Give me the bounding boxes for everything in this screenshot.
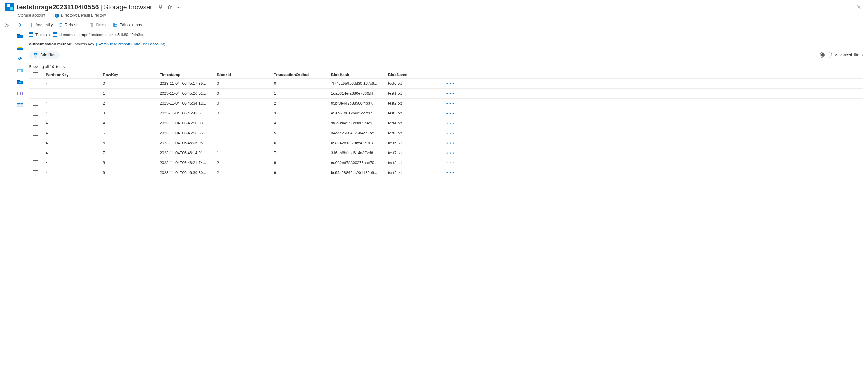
row-checkbox[interactable] [33, 141, 38, 145]
info-icon: i [55, 13, 59, 18]
favorite-icon[interactable] [167, 4, 172, 10]
cell-blobname: test0.txt [388, 81, 445, 86]
nav-queues-icon[interactable] [17, 91, 23, 96]
collapse-rail [0, 21, 13, 378]
cell-blobhash: e5ab61d0a2b8c1dccf1d... [331, 111, 388, 115]
table-row[interactable]: 4 7 2023-11-04T06:46:14.91... 1 7 316ab6… [29, 148, 863, 158]
delete-button: Delete [90, 23, 107, 27]
cell-transactionordinal: 9 [274, 170, 331, 175]
row-checkbox[interactable] [33, 161, 38, 165]
cell-rowkey: 2 [103, 101, 160, 106]
nav-tables-icon[interactable] [17, 103, 23, 107]
row-more-button[interactable]: • • • [445, 81, 458, 86]
nav-fileshare-icon[interactable] [17, 80, 23, 84]
cell-blobname: test7.txt [388, 150, 445, 155]
add-entity-button[interactable]: Add entity [29, 23, 53, 27]
cell-blobname: test8.txt [388, 161, 445, 165]
table-row[interactable]: 4 9 2023-11-04T06:46:30.30... 2 9 bc65a2… [29, 168, 863, 178]
pin-icon[interactable] [158, 4, 163, 10]
col-blobhash[interactable]: BlobHash [331, 72, 388, 77]
advanced-filters-toggle: Advanced filters [820, 52, 863, 58]
page-title: teststorage20231104t0556 [17, 3, 99, 11]
cell-blockid: 0 [217, 81, 274, 86]
add-filter-button[interactable]: Add filter [29, 51, 60, 59]
table-row[interactable]: 4 5 2023-11-04T06:45:56.65... 1 5 34cdd2… [29, 128, 863, 138]
col-rowkey[interactable]: RowKey [103, 72, 160, 77]
row-checkbox[interactable] [33, 111, 38, 116]
cell-blobname: test9.txt [388, 170, 445, 175]
breadcrumb-root[interactable]: Tables [35, 32, 47, 37]
breadcrumb: Tables › demoteststorage1testcontainer1e… [26, 29, 865, 38]
directory-info: i Directory: Default Directory [55, 13, 106, 18]
table-row[interactable]: 4 6 2023-11-04T06:46:05.96... 1 6 698242… [29, 138, 863, 148]
cell-transactionordinal: 3 [274, 111, 331, 115]
select-all-checkbox[interactable] [33, 72, 38, 77]
row-more-button[interactable]: • • • [445, 170, 458, 175]
table-row[interactable]: 4 8 2023-11-04T06:46:21.74... 2 8 ea082e… [29, 158, 863, 168]
cell-transactionordinal: 5 [274, 131, 331, 135]
row-more-button[interactable]: • • • [445, 131, 458, 135]
refresh-label: Refresh [65, 23, 79, 27]
nav-blob-icon[interactable] [17, 68, 23, 73]
cell-blobname: test4.txt [388, 121, 445, 125]
cell-blobhash: 1da5314efa380e7336dff... [331, 91, 388, 95]
row-checkbox[interactable] [33, 121, 38, 125]
row-checkbox[interactable] [33, 150, 38, 155]
table-row[interactable]: 4 3 2023-11-04T06:45:42.51... 0 3 e5ab61… [29, 108, 863, 118]
title-block: teststorage20231104t0556 | Storage brows… [17, 3, 152, 11]
expand-rail-icon[interactable] [4, 23, 9, 378]
table-row[interactable]: 4 0 2023-11-04T06:45:17.89... 0 0 7f74ca… [29, 79, 863, 88]
cell-timestamp: 2023-11-04T06:46:14.91... [160, 150, 217, 155]
cell-rowkey: 7 [103, 150, 160, 155]
cell-blockid: 2 [217, 161, 274, 165]
row-checkbox[interactable] [33, 131, 38, 136]
cell-blockid: 0 [217, 91, 274, 95]
svg-rect-18 [114, 23, 117, 27]
col-partitionkey[interactable]: PartitionKey [45, 72, 103, 77]
row-more-button[interactable]: • • • [445, 111, 458, 115]
more-icon[interactable]: ⋯ [176, 4, 181, 10]
cell-blobhash: 9f8d8dac193d9a69d4f9... [331, 121, 388, 125]
cell-partitionkey: 4 [45, 170, 103, 175]
cell-blockid: 1 [217, 150, 274, 155]
storage-account-icon [5, 3, 14, 11]
row-checkbox[interactable] [33, 101, 38, 106]
row-checkbox[interactable] [33, 170, 38, 175]
nav-settings-icon[interactable] [17, 57, 23, 62]
col-blobname[interactable]: BlobName [388, 72, 445, 77]
main-content: Add entity Refresh Delete [26, 21, 868, 378]
advanced-filters-switch[interactable] [820, 52, 832, 58]
row-more-button[interactable]: • • • [445, 150, 458, 155]
title-separator: | [100, 3, 102, 11]
cell-partitionkey: 4 [45, 161, 103, 165]
nav-expand-icon[interactable] [17, 23, 23, 27]
cell-blobname: test3.txt [388, 111, 445, 115]
row-checkbox[interactable] [33, 81, 38, 86]
row-checkbox[interactable] [33, 91, 38, 96]
table-row[interactable]: 4 1 2023-11-04T06:45:26.51... 0 1 1da531… [29, 88, 863, 98]
cell-transactionordinal: 0 [274, 81, 331, 86]
cell-rowkey: 3 [103, 111, 160, 115]
row-more-button[interactable]: • • • [445, 101, 458, 106]
table-icon [53, 32, 57, 37]
close-button[interactable] [857, 4, 863, 10]
row-more-button[interactable]: • • • [445, 91, 458, 95]
chevron-right-icon: › [49, 32, 51, 37]
row-more-button[interactable]: • • • [445, 141, 458, 145]
cell-blockid: 1 [217, 141, 274, 145]
edit-columns-button[interactable]: Edit columns [113, 23, 142, 27]
auth-switch-link[interactable]: (Switch to Microsoft Entra user account) [96, 42, 165, 46]
add-entity-label: Add entity [35, 23, 53, 27]
table-row[interactable]: 4 2 2023-11-04T06:45:34.12... 0 2 05bf8e… [29, 98, 863, 108]
nav-overview-icon[interactable] [17, 34, 23, 39]
table-row[interactable]: 4 4 2023-11-04T06:45:50.03... 1 4 9f8d8d… [29, 118, 863, 128]
row-more-button[interactable]: • • • [445, 121, 458, 125]
col-blockid[interactable]: BlockId [217, 72, 274, 77]
col-timestamp[interactable]: Timestamp [160, 72, 217, 77]
columns-icon [113, 23, 118, 27]
nav-favorites-icon[interactable] [17, 46, 23, 50]
col-transactionordinal[interactable]: TransactionOrdinal [274, 72, 331, 77]
row-more-button[interactable]: • • • [445, 161, 458, 165]
refresh-button[interactable]: Refresh [58, 23, 79, 27]
table-header: PartitionKey RowKey Timestamp BlockId Tr… [29, 71, 863, 79]
